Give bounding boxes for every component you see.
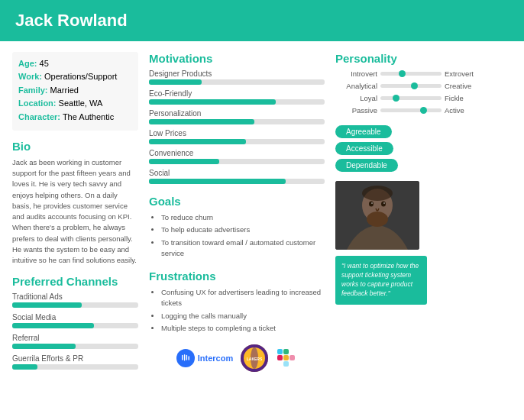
motivation-item: Social xyxy=(149,169,325,184)
personality-row: Analytical Creative xyxy=(335,82,512,90)
motivation-bar-bg xyxy=(149,119,325,124)
channel-label: Social Media xyxy=(12,313,138,321)
quote-box: "I want to optimize how the support tick… xyxy=(335,256,427,305)
frustrations-title: Frustrations xyxy=(149,270,325,283)
location-line: Location: Seattle, WA xyxy=(18,98,132,109)
personality-row: Passive Active xyxy=(335,106,512,115)
p-label-right: Creative xyxy=(445,82,487,90)
motivations-list: Designer Products Eco-Friendly Personali… xyxy=(149,69,325,184)
p-label-right: Fickle xyxy=(445,94,487,102)
svg-rect-1 xyxy=(184,354,185,360)
svg-point-17 xyxy=(362,186,393,201)
channel-label: Traditional Ads xyxy=(12,292,138,301)
svg-rect-8 xyxy=(277,355,283,360)
avatar-image xyxy=(335,181,419,250)
motivation-bar-bg xyxy=(149,159,325,164)
personality-tag: Dependable xyxy=(335,159,398,172)
info-section: Age: 45 Work: Operations/Support Family:… xyxy=(12,52,138,131)
personality-title: Personality xyxy=(335,52,512,65)
goals-section: Goals To reduce churnTo help educate adv… xyxy=(149,195,325,259)
p-marker xyxy=(420,107,427,114)
channel-label: Referral xyxy=(12,334,138,342)
p-track xyxy=(380,72,442,76)
age-value: 45 xyxy=(40,59,49,68)
svg-point-20 xyxy=(371,202,373,204)
motivation-label: Eco-Friendly xyxy=(149,89,325,98)
brand-slack xyxy=(276,347,297,369)
motivation-label: Designer Products xyxy=(149,69,325,78)
channel-item: Social Media xyxy=(12,313,138,328)
personality-tag: Accessible xyxy=(335,142,393,155)
frustration-item: Multiple steps to completing a ticket xyxy=(161,323,325,334)
p-label-left: Introvert xyxy=(335,69,377,78)
frustrations-list: Confusing UX for advertisers leading to … xyxy=(149,287,325,334)
svg-point-18 xyxy=(369,202,374,207)
p-track xyxy=(380,96,442,100)
goals-title: Goals xyxy=(149,195,325,208)
motivation-item: Eco-Friendly xyxy=(149,89,325,105)
motivation-label: Personalization xyxy=(149,109,325,118)
svg-rect-9 xyxy=(277,349,283,354)
location-value: Seattle, WA xyxy=(59,99,103,108)
channel-bar-fill xyxy=(12,302,82,308)
bio-section: Bio Jack as been working in customer sup… xyxy=(12,140,138,267)
motivation-bar-fill xyxy=(149,139,246,144)
personality-row: Loyal Fickle xyxy=(335,94,512,102)
svg-point-16 xyxy=(367,212,388,227)
bio-text: Jack as been working in customer support… xyxy=(12,157,138,267)
channel-bar-bg xyxy=(12,323,138,328)
channels-section: Preferred Channels Traditional Ads Socia… xyxy=(12,275,138,370)
channel-item: Referral xyxy=(12,334,138,349)
goal-item: To transition toward email / automated c… xyxy=(161,237,325,260)
channel-item: Traditional Ads xyxy=(12,292,138,308)
work-value: Operations/Support xyxy=(44,72,117,81)
motivations-section: Motivations Designer Products Eco-Friend… xyxy=(149,52,325,184)
motivation-item: Low Prices xyxy=(149,129,325,144)
channel-bar-fill xyxy=(12,364,37,370)
brand-lakers: LAKERS xyxy=(241,344,268,372)
motivation-bar-bg xyxy=(149,99,325,105)
svg-text:LAKERS: LAKERS xyxy=(247,357,263,361)
motivation-item: Designer Products xyxy=(149,69,325,85)
motivation-label: Low Prices xyxy=(149,129,325,137)
intercom-label: Intercom xyxy=(198,354,233,363)
motivation-bar-bg xyxy=(149,139,325,144)
p-marker xyxy=(393,95,399,102)
family-line: Family: Married xyxy=(18,85,132,96)
tags-section: AgreeableAccessibleDependable xyxy=(335,125,512,172)
motivation-bar-fill xyxy=(149,99,276,105)
work-line: Work: Operations/Support xyxy=(18,71,132,82)
p-marker xyxy=(411,82,418,89)
personality-row: Introvert Extrovert xyxy=(335,69,512,78)
channel-label: Guerrila Efforts & PR xyxy=(12,354,138,363)
svg-rect-10 xyxy=(283,349,289,354)
channels-title: Preferred Channels xyxy=(12,275,138,288)
location-label: Location: xyxy=(18,99,57,108)
family-label: Family: xyxy=(18,86,48,95)
p-label-left: Loyal xyxy=(335,94,377,102)
p-marker xyxy=(399,70,406,77)
channel-bar-bg xyxy=(12,344,138,349)
svg-point-19 xyxy=(381,202,386,207)
motivation-item: Convenience xyxy=(149,149,325,164)
svg-point-21 xyxy=(383,202,385,204)
motivation-item: Personalization xyxy=(149,109,325,124)
motivation-label: Convenience xyxy=(149,149,325,157)
channels-list: Traditional Ads Social Media Referral Gu… xyxy=(12,292,138,370)
persona-card: Jack Rowland Age: 45 Work: Operations/Su… xyxy=(0,0,524,420)
motivation-bar-fill xyxy=(149,159,219,164)
p-label-right: Extrovert xyxy=(445,69,487,78)
character-label: Character: xyxy=(18,112,60,121)
slack-icon xyxy=(276,347,297,369)
frustration-item: Logging the calls manually xyxy=(161,311,325,321)
channel-bar-fill xyxy=(12,344,76,349)
svg-rect-3 xyxy=(188,356,189,360)
svg-rect-12 xyxy=(289,355,295,360)
person-name: Jack Rowland xyxy=(15,11,509,31)
p-label-left: Passive xyxy=(335,106,377,115)
brand-intercom: Intercom xyxy=(176,349,233,367)
svg-rect-13 xyxy=(283,361,289,367)
channel-item: Guerrila Efforts & PR xyxy=(12,354,138,370)
channel-bar-bg xyxy=(12,364,138,370)
frustrations-section: Frustrations Confusing UX for advertiser… xyxy=(149,270,325,334)
